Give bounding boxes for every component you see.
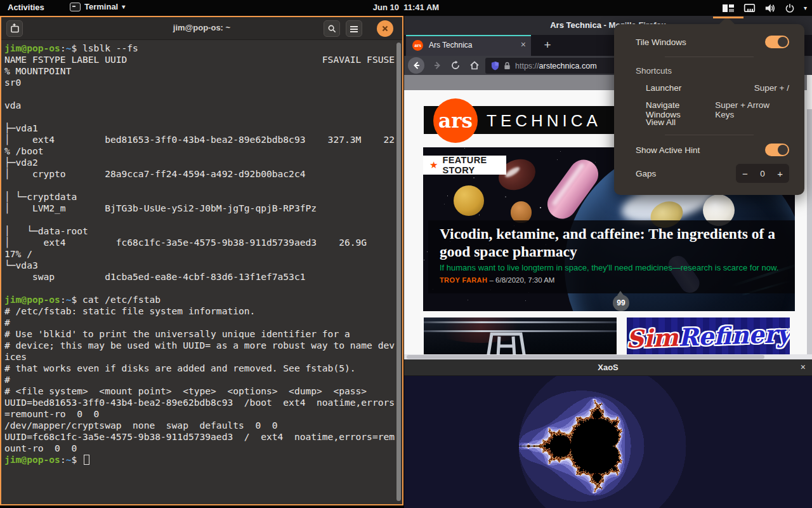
comment-count-badge[interactable]: 99 (613, 295, 629, 311)
terminal-output-line: # (4, 374, 396, 385)
vertical-scrollbar-thumb[interactable] (807, 75, 812, 109)
new-tab-button[interactable]: + (539, 37, 556, 54)
terminal-output-line (4, 214, 396, 225)
terminal-output-line: sr0 (4, 77, 396, 88)
xaos-title: XaoS (404, 363, 812, 372)
system-tray: ▾ (722, 0, 807, 16)
terminal-output-line: # /etc/fstab: static file system informa… (4, 305, 396, 317)
desktop: Activities Terminal ▾ Jun 10 11:41 AM (0, 0, 812, 508)
shortcuts-header: Shortcuts (636, 66, 672, 76)
terminal-output-line: =remount-ro 0 0 (4, 408, 396, 420)
terminal-output-line: % MOUNTPOINT (4, 65, 396, 77)
volume-icon[interactable] (764, 3, 776, 13)
search-button[interactable] (324, 20, 340, 37)
tile-windows-toggle[interactable] (765, 36, 789, 48)
terminal-title: jim@pop-os: ~ (1, 23, 402, 32)
terminal-output-line: UUID=fc68c1fc-3a5e-4575-9b38-911d5739aed… (4, 431, 396, 443)
terminal-window: jim@pop-os: ~ jim@pop-os:~$ lsblk --fsNA… (0, 16, 403, 505)
top-bar: Activities Terminal ▾ Jun 10 11:41 AM (0, 0, 812, 16)
shortcut-row-launcher[interactable]: LauncherSuper + / (646, 83, 789, 93)
close-button[interactable] (377, 20, 393, 37)
tile-windows-label: Tile Windows (636, 37, 686, 47)
sim-refinery-logo: SimRefinery (627, 319, 790, 353)
shortcut-row-view-all[interactable]: View All (646, 117, 789, 127)
power-icon[interactable] (785, 3, 795, 13)
back-button[interactable] (408, 57, 424, 74)
terminal-titlebar[interactable]: jim@pop-os: ~ (1, 17, 402, 40)
terminal-output-line: 17% / (4, 248, 396, 260)
forward-button[interactable] (429, 57, 446, 74)
terminal-output-line: # device; this may be used with UUID= as… (4, 340, 396, 351)
terminal-output-line: # <file system> <mount point> <type> <op… (4, 385, 396, 397)
tiling-active-underline (713, 17, 743, 18)
terminal-output-line: │ ext4 bed81653-3ff0-43b4-bea2-89e62bdb8… (4, 134, 396, 145)
gaps-row: Gaps − 0 + (636, 164, 789, 183)
feature-story-label: FEATURE STORY (442, 155, 506, 175)
article-subhead: If humans want to live longterm in space… (440, 263, 795, 272)
byline-author[interactable]: TROY FARAH (440, 276, 487, 284)
terminal-output-line: │ ext4 fc68c1fc-3a5e-4575-9b38-911d5739a… (4, 237, 396, 248)
gaps-increment-button[interactable]: + (777, 168, 783, 179)
horizontal-scrollbar-thumb[interactable] (407, 355, 764, 359)
terminal-output-line: % /boot (4, 145, 396, 157)
terminal-output-line: │ LVM2_m BjTG3b-UsUe-ySi2-J0bM-jgTg-qpjB… (4, 203, 396, 214)
pill-tan (511, 201, 532, 223)
terminal-output-line: UUID=bed81653-3ff0-43b4-bea2-89e62bdb8c9… (4, 397, 396, 408)
terminal-output-line: └─vda3 (4, 260, 396, 271)
ars-favicon: ars (412, 40, 423, 51)
xaos-titlebar[interactable]: XaoS × (404, 359, 812, 376)
terminal-prompt-line: jim@pop-os:~$ (4, 454, 396, 465)
horizontal-scrollbar[interactable] (404, 354, 812, 359)
reload-button[interactable] (447, 57, 464, 74)
home-button[interactable] (466, 57, 483, 74)
url-host: arstechnica.com (539, 62, 597, 70)
grille-slat (424, 321, 617, 323)
show-active-hint-toggle[interactable] (765, 144, 789, 156)
menu-button[interactable] (346, 20, 362, 37)
tile-windows-row[interactable]: Tile Windows (636, 36, 789, 48)
headline-overlay: Vicodin, ketamine, and caffeine: The ing… (428, 220, 795, 293)
terminal-output-line (4, 283, 396, 294)
article-thumbnail-sim-refinery[interactable]: SimRefinery (627, 318, 790, 354)
mandelbrot-fractal-canvas[interactable] (404, 376, 812, 508)
terminal-output-line (4, 88, 396, 100)
byline-meta: – 6/8/2020, 7:30 AM (487, 276, 554, 284)
terminal-cursor (84, 455, 89, 465)
show-active-hint-row[interactable]: Show Active Hint (636, 144, 789, 156)
article-headline[interactable]: Vicodin, ketamine, and caffeine: The ing… (440, 225, 795, 260)
tab-ars-technica[interactable]: ars Ars Technica × (406, 35, 531, 56)
shortcut-row-navigate-windows[interactable]: Navigate WindowsSuper + Arrow Keys (646, 100, 789, 119)
terminal-output-line: ├─vda2 (4, 157, 396, 168)
article-thumbnail-honda[interactable] (424, 318, 617, 354)
gaps-stepper: − 0 + (736, 164, 789, 183)
terminal-output-line: │ └─cryptdata (4, 191, 396, 203)
terminal-output-line: ├─vda1 (4, 123, 396, 134)
terminal-output-line: │ └─data-root (4, 225, 396, 237)
tab-close-icon[interactable]: × (521, 39, 526, 50)
terminal-body[interactable]: jim@pop-os:~$ lsblk --fsNAME FSTYPE LABE… (3, 41, 396, 503)
article-byline: TROY FARAH – 6/8/2020, 7:30 AM (440, 276, 795, 284)
tracking-shield-icon[interactable] (491, 61, 499, 70)
terminal-output-line: NAME FSTYPE LABEL UUID FSAVAIL FSUSE (4, 54, 396, 65)
terminal-output-line (4, 180, 396, 191)
chevron-down-icon[interactable]: ▾ (804, 4, 807, 11)
honda-emblem-icon (484, 331, 528, 354)
terminal-output-line: # that works even if disks are added and… (4, 363, 396, 374)
show-active-hint-label: Show Active Hint (636, 145, 700, 155)
ars-logo-circle[interactable]: ars (433, 98, 478, 143)
terminal-scrollbar[interactable] (396, 43, 401, 501)
lock-icon (504, 62, 511, 70)
tab-title: Ars Technica (429, 41, 472, 50)
clock[interactable]: Jun 10 11:41 AM (0, 3, 812, 12)
vertical-scrollbar[interactable] (807, 75, 812, 354)
gaps-decrement-button[interactable]: − (742, 168, 748, 179)
terminal-output-line: ount-ro 0 0 (4, 443, 396, 454)
close-icon[interactable]: × (801, 362, 806, 372)
terminal-output-line: # (4, 317, 396, 328)
network-icon[interactable] (743, 3, 756, 13)
gaps-label: Gaps (636, 169, 656, 178)
terminal-output-line: ices (4, 351, 396, 363)
xaos-window: XaoS × (404, 359, 812, 508)
tiling-menu-button[interactable] (722, 3, 735, 13)
terminal-output-line: /dev/mapper/cryptswap none swap defaults… (4, 420, 396, 431)
